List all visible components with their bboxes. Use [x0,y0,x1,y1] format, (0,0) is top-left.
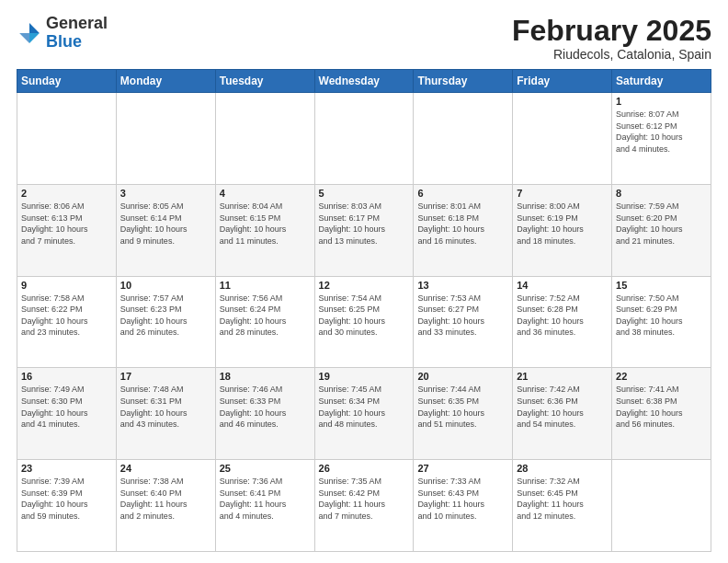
calendar-cell-w5-d1: 23Sunrise: 7:39 AM Sunset: 6:39 PM Dayli… [17,460,117,552]
calendar-cell-w3-d5: 13Sunrise: 7:53 AM Sunset: 6:27 PM Dayli… [414,276,513,368]
calendar-table: Sunday Monday Tuesday Wednesday Thursday… [17,69,711,552]
day-info: Sunrise: 8:03 AM Sunset: 6:17 PM Dayligh… [319,201,410,247]
day-info: Sunrise: 7:58 AM Sunset: 6:22 PM Dayligh… [21,293,112,339]
day-number: 20 [417,371,508,382]
day-number: 25 [220,463,311,474]
col-thursday: Thursday [414,70,513,93]
day-number: 1 [616,96,707,107]
day-info: Sunrise: 7:56 AM Sunset: 6:24 PM Dayligh… [220,293,311,339]
day-info: Sunrise: 7:44 AM Sunset: 6:35 PM Dayligh… [417,384,508,430]
day-info: Sunrise: 8:06 AM Sunset: 6:13 PM Dayligh… [21,201,112,247]
col-tuesday: Tuesday [215,70,314,93]
day-number: 21 [517,371,608,382]
calendar-header-row: Sunday Monday Tuesday Wednesday Thursday… [17,70,711,93]
calendar-cell-w4-d1: 16Sunrise: 7:49 AM Sunset: 6:30 PM Dayli… [17,368,117,460]
calendar-cell-w3-d7: 15Sunrise: 7:50 AM Sunset: 6:29 PM Dayli… [612,276,711,368]
day-number: 28 [517,463,608,474]
calendar-cell-w4-d4: 19Sunrise: 7:45 AM Sunset: 6:34 PM Dayli… [314,368,414,460]
calendar-cell-w2-d4: 5Sunrise: 8:03 AM Sunset: 6:17 PM Daylig… [314,184,414,276]
day-info: Sunrise: 8:00 AM Sunset: 6:19 PM Dayligh… [517,201,608,247]
day-info: Sunrise: 7:48 AM Sunset: 6:31 PM Dayligh… [120,384,211,430]
day-info: Sunrise: 8:07 AM Sunset: 6:12 PM Dayligh… [616,109,707,155]
day-number: 19 [319,371,410,382]
day-number: 13 [417,280,508,291]
day-info: Sunrise: 7:42 AM Sunset: 6:36 PM Dayligh… [517,384,608,430]
day-info: Sunrise: 7:33 AM Sunset: 6:43 PM Dayligh… [417,476,508,522]
logo-icon [17,20,42,46]
title-block: February 2025 Riudecols, Catalonia, Spai… [512,15,711,62]
calendar-week-1: 1Sunrise: 8:07 AM Sunset: 6:12 PM Daylig… [17,93,711,185]
day-number: 4 [220,188,311,199]
day-number: 2 [21,188,112,199]
day-info: Sunrise: 7:36 AM Sunset: 6:41 PM Dayligh… [220,476,311,522]
calendar-cell-w2-d6: 7Sunrise: 8:00 AM Sunset: 6:19 PM Daylig… [513,184,612,276]
calendar-cell-w2-d2: 3Sunrise: 8:05 AM Sunset: 6:14 PM Daylig… [116,184,215,276]
day-info: Sunrise: 7:32 AM Sunset: 6:45 PM Dayligh… [517,476,608,522]
day-number: 23 [21,463,112,474]
calendar-cell-w4-d5: 20Sunrise: 7:44 AM Sunset: 6:35 PM Dayli… [414,368,513,460]
day-number: 18 [220,371,311,382]
calendar-cell-w3-d6: 14Sunrise: 7:52 AM Sunset: 6:28 PM Dayli… [513,276,612,368]
day-info: Sunrise: 7:57 AM Sunset: 6:23 PM Dayligh… [120,293,211,339]
day-number: 15 [616,280,707,291]
calendar-cell-w1-d1 [17,93,117,185]
day-info: Sunrise: 7:49 AM Sunset: 6:30 PM Dayligh… [21,384,112,430]
day-number: 24 [120,463,211,474]
calendar-cell-w1-d7: 1Sunrise: 8:07 AM Sunset: 6:12 PM Daylig… [612,93,711,185]
calendar-week-5: 23Sunrise: 7:39 AM Sunset: 6:39 PM Dayli… [17,460,711,552]
svg-marker-1 [29,33,40,43]
logo: General Blue [17,15,108,52]
calendar-cell-w5-d4: 26Sunrise: 7:35 AM Sunset: 6:42 PM Dayli… [314,460,414,552]
day-number: 9 [21,280,112,291]
day-number: 16 [21,371,112,382]
page: General Blue February 2025 Riudecols, Ca… [0,0,728,563]
day-number: 10 [120,280,211,291]
day-info: Sunrise: 7:59 AM Sunset: 6:20 PM Dayligh… [616,201,707,247]
calendar-cell-w2-d5: 6Sunrise: 8:01 AM Sunset: 6:18 PM Daylig… [414,184,513,276]
day-info: Sunrise: 7:52 AM Sunset: 6:28 PM Dayligh… [517,293,608,339]
day-number: 26 [319,463,410,474]
calendar-cell-w5-d2: 24Sunrise: 7:38 AM Sunset: 6:40 PM Dayli… [116,460,215,552]
day-info: Sunrise: 7:39 AM Sunset: 6:39 PM Dayligh… [21,476,112,522]
day-info: Sunrise: 7:38 AM Sunset: 6:40 PM Dayligh… [120,476,211,522]
calendar-week-2: 2Sunrise: 8:06 AM Sunset: 6:13 PM Daylig… [17,184,711,276]
month-title: February 2025 [512,15,711,47]
day-number: 6 [417,188,508,199]
day-info: Sunrise: 7:35 AM Sunset: 6:42 PM Dayligh… [319,476,410,522]
calendar-cell-w3-d1: 9Sunrise: 7:58 AM Sunset: 6:22 PM Daylig… [17,276,117,368]
day-number: 5 [319,188,410,199]
day-info: Sunrise: 7:54 AM Sunset: 6:25 PM Dayligh… [319,293,410,339]
calendar-cell-w4-d7: 22Sunrise: 7:41 AM Sunset: 6:38 PM Dayli… [612,368,711,460]
day-number: 22 [616,371,707,382]
col-wednesday: Wednesday [314,70,414,93]
day-info: Sunrise: 7:46 AM Sunset: 6:33 PM Dayligh… [220,384,311,430]
calendar-cell-w5-d7 [612,460,711,552]
day-info: Sunrise: 7:45 AM Sunset: 6:34 PM Dayligh… [319,384,410,430]
logo-blue: Blue [46,32,82,51]
day-info: Sunrise: 7:50 AM Sunset: 6:29 PM Dayligh… [616,293,707,339]
calendar-cell-w4-d3: 18Sunrise: 7:46 AM Sunset: 6:33 PM Dayli… [215,368,314,460]
calendar-cell-w5-d5: 27Sunrise: 7:33 AM Sunset: 6:43 PM Dayli… [414,460,513,552]
calendar-week-4: 16Sunrise: 7:49 AM Sunset: 6:30 PM Dayli… [17,368,711,460]
day-info: Sunrise: 7:53 AM Sunset: 6:27 PM Dayligh… [417,293,508,339]
day-info: Sunrise: 7:41 AM Sunset: 6:38 PM Dayligh… [616,384,707,430]
col-saturday: Saturday [612,70,711,93]
calendar-cell-w4-d2: 17Sunrise: 7:48 AM Sunset: 6:31 PM Dayli… [116,368,215,460]
svg-marker-0 [29,23,40,33]
day-number: 14 [517,280,608,291]
col-friday: Friday [513,70,612,93]
calendar-week-3: 9Sunrise: 7:58 AM Sunset: 6:22 PM Daylig… [17,276,711,368]
calendar-cell-w1-d6 [513,93,612,185]
day-number: 3 [120,188,211,199]
day-number: 12 [319,280,410,291]
calendar-cell-w3-d3: 11Sunrise: 7:56 AM Sunset: 6:24 PM Dayli… [215,276,314,368]
logo-general: General [46,14,108,32]
calendar-cell-w1-d3 [215,93,314,185]
day-info: Sunrise: 8:04 AM Sunset: 6:15 PM Dayligh… [220,201,311,247]
col-sunday: Sunday [17,70,117,93]
calendar-cell-w1-d5 [414,93,513,185]
day-info: Sunrise: 8:01 AM Sunset: 6:18 PM Dayligh… [417,201,508,247]
calendar-cell-w5-d3: 25Sunrise: 7:36 AM Sunset: 6:41 PM Dayli… [215,460,314,552]
calendar-cell-w3-d4: 12Sunrise: 7:54 AM Sunset: 6:25 PM Dayli… [314,276,414,368]
col-monday: Monday [116,70,215,93]
